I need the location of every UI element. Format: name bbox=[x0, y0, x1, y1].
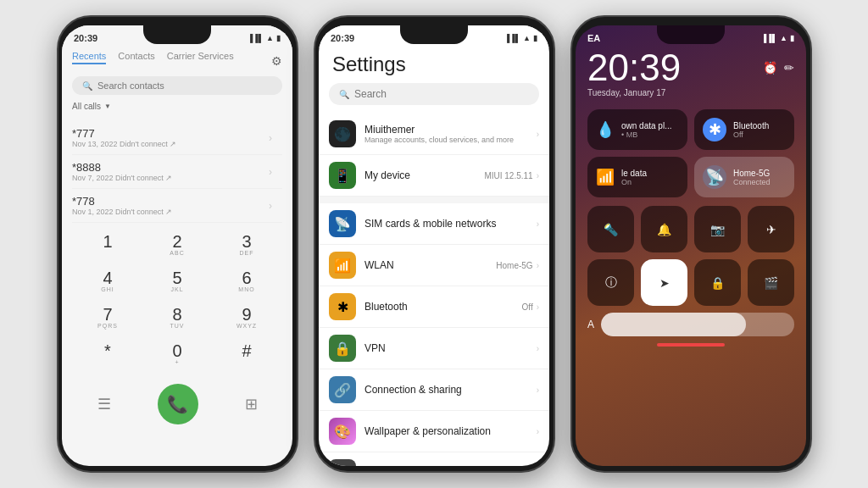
tab-recents[interactable]: Recents bbox=[72, 51, 106, 64]
settings-item-miuithemer[interactable]: 🌑 Miuithemer Manage accounts, cloud serv… bbox=[319, 114, 549, 155]
chevron-icon-s3: › bbox=[537, 261, 539, 270]
settings-item-connection[interactable]: 🔗 Connection & sharing › bbox=[319, 369, 549, 411]
dial-key-5[interactable]: 5JKL bbox=[143, 264, 211, 299]
dial-key-1[interactable]: 1 bbox=[74, 228, 142, 263]
cc-brightness-fill bbox=[601, 313, 746, 336]
settings-icon[interactable]: ⚙ bbox=[271, 54, 282, 68]
phone-2-screen: 20:39 ▐▐▌ ▲ ▮ Settings 🔍 🌑 Miuithemer bbox=[319, 25, 549, 466]
phone-1-screen: 20:39 ▐▐▌ ▲ ▮ Recents Contacts Carrier S… bbox=[62, 25, 292, 466]
dialpad-icon[interactable]: ⊞ bbox=[245, 395, 258, 413]
cc-main-grid: 💧 own data pl... • MB ✱ Bluetooth Off bbox=[576, 104, 806, 202]
settings-item-sim[interactable]: 📡 SIM cards & mobile networks › bbox=[319, 203, 549, 245]
dialer-tabs: Recents Contacts Carrier Services bbox=[72, 51, 234, 64]
status-time-3: EA bbox=[587, 33, 600, 43]
miuithemer-icon: 🌑 bbox=[329, 120, 356, 147]
settings-item-vpn[interactable]: 🔒 VPN › bbox=[319, 328, 549, 369]
cc-tile-location[interactable]: ➤ bbox=[641, 259, 687, 306]
cc-alarm-icon[interactable]: ⏰ bbox=[763, 61, 777, 75]
call-item-2[interactable]: *778 Nov 1, 2022 Didn't connect ↗ › bbox=[72, 189, 282, 223]
notch-3 bbox=[657, 25, 725, 44]
connection-icon: 🔗 bbox=[329, 376, 356, 403]
aod-icon: 🖥 bbox=[329, 459, 356, 466]
settings-search-input[interactable] bbox=[354, 88, 529, 100]
cc-a-label: A bbox=[587, 319, 594, 330]
cc-tile-info[interactable]: ⓘ bbox=[587, 259, 634, 306]
home-indicator bbox=[657, 343, 725, 347]
tab-carrier-services[interactable]: Carrier Services bbox=[167, 51, 234, 64]
wlan-icon: 📶 bbox=[329, 252, 356, 279]
cc-tile-mobile-data[interactable]: 📶 le data On bbox=[587, 157, 687, 197]
signal-icon-2: ▐▐▌ bbox=[504, 34, 520, 42]
wifi-icon-2: ▲ bbox=[523, 34, 531, 42]
chevron-icon-s7: › bbox=[537, 427, 539, 436]
dial-key-9[interactable]: 9WXYZ bbox=[213, 301, 281, 336]
chevron-icon-s5: › bbox=[537, 344, 539, 353]
cc-small-row-1: 🔦 🔔 📷 ✈ bbox=[576, 206, 806, 252]
cc-tile-data[interactable]: 💧 own data pl... • MB bbox=[587, 109, 687, 150]
cc-tile-camera[interactable]: 📷 bbox=[694, 206, 741, 252]
chevron-icon: › bbox=[269, 132, 272, 144]
sim-icon: 📡 bbox=[329, 210, 356, 237]
notch-1 bbox=[143, 25, 211, 44]
settings-item-aod[interactable]: 🖥 Always-on display & Lock › bbox=[319, 452, 549, 466]
settings-screen: 20:39 ▐▐▌ ▲ ▮ Settings 🔍 🌑 Miuithemer bbox=[319, 25, 549, 466]
dial-key-8[interactable]: 8TUV bbox=[143, 301, 211, 336]
dial-key-4[interactable]: 4GHI bbox=[74, 264, 142, 299]
settings-item-wallpaper[interactable]: 🎨 Wallpaper & personalization › bbox=[319, 411, 549, 452]
dial-key-2[interactable]: 2ABC bbox=[143, 228, 211, 263]
status-icons-2: ▐▐▌ ▲ ▮ bbox=[504, 34, 537, 42]
settings-title: Settings bbox=[319, 47, 549, 83]
search-bar-1: 🔍 bbox=[72, 76, 282, 95]
cc-tile-bell[interactable]: 🔔 bbox=[641, 206, 687, 252]
dropdown-icon[interactable]: ▼ bbox=[104, 103, 111, 110]
call-button[interactable]: 📞 bbox=[158, 384, 198, 424]
cc-brightness-slider[interactable] bbox=[601, 313, 794, 336]
status-icons-1: ▐▐▌ ▲ ▮ bbox=[248, 34, 281, 42]
chevron-icon-s6: › bbox=[537, 385, 539, 395]
mobile-data-icon: 📶 bbox=[596, 168, 615, 186]
phone-3-screen: EA ▐▐▌ ▲ ▮ 20:39 ⏰ ✏ Tuesday, January 17… bbox=[576, 25, 806, 466]
wallpaper-icon: 🎨 bbox=[329, 418, 356, 445]
notch-2 bbox=[400, 25, 468, 44]
dial-key-3[interactable]: 3DEF bbox=[213, 228, 281, 263]
chevron-icon-s4: › bbox=[537, 302, 539, 312]
dial-key-star[interactable]: * bbox=[74, 337, 142, 372]
dialer-screen: 20:39 ▐▐▌ ▲ ▮ Recents Contacts Carrier S… bbox=[62, 25, 292, 466]
dial-key-0[interactable]: 0+ bbox=[143, 337, 211, 372]
cc-tile-bluetooth[interactable]: ✱ Bluetooth Off bbox=[694, 109, 794, 150]
settings-item-wlan[interactable]: 📶 WLAN Home-5G › bbox=[319, 245, 549, 286]
cc-tile-flashlight[interactable]: 🔦 bbox=[587, 206, 634, 252]
wifi-icon-3: ▲ bbox=[780, 34, 787, 42]
menu-icon[interactable]: ☰ bbox=[97, 395, 111, 413]
search-input-1[interactable] bbox=[97, 80, 272, 91]
all-calls-bar: All calls ▼ bbox=[72, 102, 282, 116]
control-center-screen: EA ▐▐▌ ▲ ▮ 20:39 ⏰ ✏ Tuesday, January 17… bbox=[576, 25, 806, 466]
cc-tile-lock-rotate[interactable]: 🔒 bbox=[694, 259, 741, 306]
status-icons-3: ▐▐▌ ▲ ▮ bbox=[761, 34, 794, 42]
cc-tile-screen-record[interactable]: 🎬 bbox=[748, 259, 794, 306]
cc-tile-airplane[interactable]: ✈ bbox=[748, 206, 794, 252]
call-item-0[interactable]: *777 Nov 13, 2022 Didn't connect ↗ › bbox=[72, 121, 282, 155]
cc-tile-wifi[interactable]: 📡 Home-5G Connected bbox=[694, 157, 794, 197]
divider-1 bbox=[319, 197, 549, 203]
phone-2: 20:39 ▐▐▌ ▲ ▮ Settings 🔍 🌑 Miuithemer bbox=[314, 15, 555, 473]
call-item-1[interactable]: *8888 Nov 7, 2022 Didn't connect ↗ › bbox=[72, 155, 282, 189]
chevron-icon-s0: › bbox=[537, 130, 539, 139]
settings-item-bluetooth[interactable]: ✱ Bluetooth Off › bbox=[319, 286, 549, 328]
chevron-icon-s1: › bbox=[537, 171, 539, 180]
settings-item-mydevice[interactable]: 📱 My device MIUI 12.5.11 › bbox=[319, 155, 549, 197]
tab-contacts[interactable]: Contacts bbox=[118, 51, 154, 64]
status-time-2: 20:39 bbox=[331, 33, 354, 43]
phone-3: EA ▐▐▌ ▲ ▮ 20:39 ⏰ ✏ Tuesday, January 17… bbox=[570, 15, 812, 473]
cc-edit-icon[interactable]: ✏ bbox=[784, 61, 794, 75]
status-time-1: 20:39 bbox=[74, 33, 97, 43]
dial-key-hash[interactable]: # bbox=[213, 337, 281, 372]
data-plan-icon: 💧 bbox=[596, 120, 615, 139]
dial-key-6[interactable]: 6MNO bbox=[213, 264, 281, 299]
calls-list: *777 Nov 13, 2022 Didn't connect ↗ › *88… bbox=[62, 121, 292, 223]
settings-list: 🌑 Miuithemer Manage accounts, cloud serv… bbox=[319, 114, 549, 466]
chevron-icon-2: › bbox=[269, 200, 272, 212]
battery-icon-3: ▮ bbox=[790, 34, 794, 42]
dial-key-7[interactable]: 7PQRS bbox=[74, 301, 142, 336]
bluetooth-cc-icon: ✱ bbox=[703, 118, 726, 141]
